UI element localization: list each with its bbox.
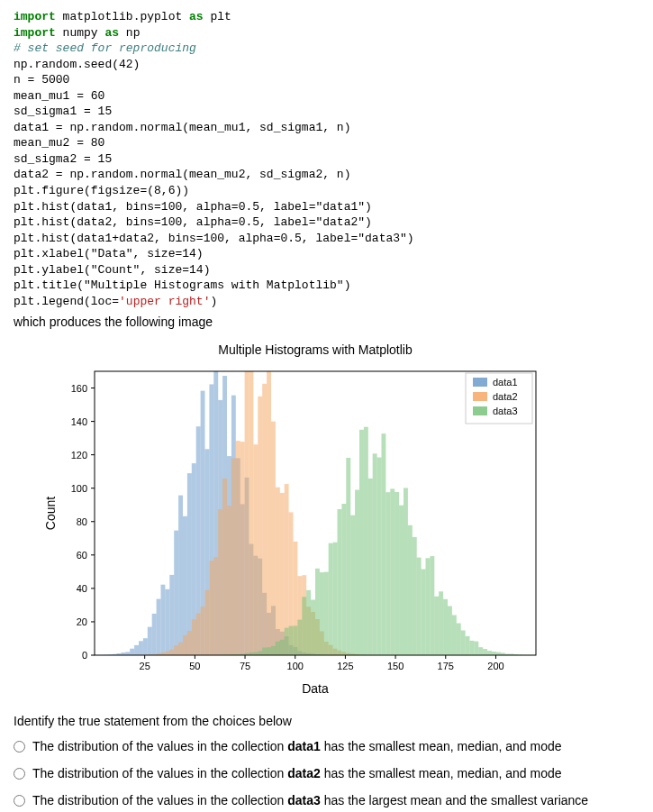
svg-rect-117	[165, 652, 169, 655]
choice-radio-3[interactable]	[14, 795, 25, 807]
svg-rect-20	[178, 496, 183, 655]
svg-text:160: 160	[71, 383, 87, 394]
svg-rect-341	[473, 392, 487, 401]
svg-rect-118	[169, 650, 174, 655]
svg-rect-237	[253, 652, 258, 656]
svg-text:175: 175	[438, 661, 454, 671]
svg-text:100: 100	[287, 661, 304, 671]
caption: which produces the following image	[14, 315, 639, 329]
svg-rect-250	[311, 600, 315, 656]
choices: The distribution of the values in the co…	[14, 739, 639, 812]
svg-rect-292	[496, 652, 501, 655]
svg-rect-263	[368, 479, 373, 655]
svg-rect-343	[473, 406, 487, 415]
svg-rect-241	[271, 646, 276, 655]
svg-rect-262	[364, 427, 368, 655]
svg-rect-289	[483, 649, 487, 655]
svg-rect-131	[227, 506, 231, 656]
svg-rect-248	[302, 598, 306, 656]
svg-rect-251	[315, 569, 320, 655]
chart: Multiple Histograms with Matplotlib02040…	[41, 340, 639, 700]
svg-rect-239	[262, 648, 267, 655]
svg-rect-339	[473, 378, 487, 387]
svg-text:140: 140	[71, 416, 87, 427]
svg-rect-256	[338, 509, 342, 655]
svg-rect-139	[262, 384, 267, 655]
svg-rect-8	[125, 652, 130, 656]
svg-rect-261	[359, 430, 364, 655]
svg-text:Data: Data	[302, 681, 329, 696]
svg-rect-259	[350, 515, 355, 655]
svg-rect-132	[231, 459, 236, 655]
svg-rect-290	[487, 651, 492, 655]
svg-text:75: 75	[240, 661, 250, 671]
svg-rect-12	[143, 639, 148, 656]
choice-2[interactable]: The distribution of the values in the co…	[14, 766, 639, 780]
choice-radio-1[interactable]	[14, 741, 25, 753]
svg-rect-135	[245, 371, 249, 655]
svg-rect-260	[355, 490, 359, 656]
svg-rect-283	[457, 624, 461, 656]
choice-label-1: The distribution of the values in the co…	[32, 739, 562, 753]
svg-rect-141	[271, 422, 276, 655]
svg-rect-269	[395, 492, 399, 655]
svg-text:Multiple Histograms with Matpl: Multiple Histograms with Matplotlib	[218, 342, 413, 357]
choice-1[interactable]: The distribution of the values in the co…	[14, 739, 639, 753]
svg-rect-271	[404, 488, 408, 656]
choice-3[interactable]: The distribution of the values in the co…	[14, 793, 639, 807]
svg-rect-252	[320, 572, 324, 655]
svg-rect-286	[470, 641, 475, 655]
svg-rect-138	[258, 397, 262, 655]
svg-rect-240	[267, 648, 271, 656]
code-block: import matplotlib.pyplot as plt import n…	[14, 9, 639, 309]
svg-rect-244	[285, 628, 289, 655]
svg-rect-21	[183, 516, 187, 655]
svg-rect-133	[236, 441, 240, 655]
svg-text:20: 20	[77, 616, 87, 627]
svg-rect-15	[157, 599, 161, 655]
svg-rect-268	[390, 489, 395, 656]
svg-rect-267	[385, 493, 390, 656]
svg-rect-253	[324, 572, 329, 655]
svg-text:125: 125	[337, 661, 353, 671]
choice-label-2: The distribution of the values in the co…	[32, 766, 562, 780]
svg-rect-243	[280, 640, 285, 655]
svg-rect-282	[452, 616, 457, 656]
choice-radio-2[interactable]	[14, 768, 25, 780]
svg-text:120: 120	[71, 450, 87, 461]
svg-rect-126	[205, 590, 210, 655]
svg-rect-136	[249, 371, 254, 655]
svg-rect-124	[196, 614, 201, 656]
svg-text:data1: data1	[493, 377, 518, 388]
svg-rect-120	[178, 643, 183, 655]
svg-text:25: 25	[140, 661, 150, 671]
svg-rect-143	[280, 493, 285, 655]
svg-rect-140	[267, 372, 271, 656]
svg-rect-17	[165, 589, 169, 655]
svg-rect-254	[329, 543, 333, 655]
svg-rect-134	[240, 442, 245, 655]
svg-rect-255	[333, 543, 338, 655]
svg-text:150: 150	[387, 661, 404, 671]
svg-rect-249	[306, 590, 311, 655]
svg-rect-127	[209, 561, 213, 655]
svg-rect-273	[413, 537, 417, 655]
svg-rect-291	[492, 652, 496, 655]
svg-rect-257	[341, 504, 346, 655]
svg-text:Count: Count	[43, 497, 58, 530]
svg-rect-245	[289, 626, 294, 655]
svg-rect-264	[373, 454, 377, 656]
svg-rect-16	[161, 585, 166, 655]
svg-rect-122	[187, 631, 192, 655]
svg-rect-9	[130, 649, 134, 655]
svg-rect-274	[417, 558, 422, 655]
svg-rect-285	[466, 636, 470, 655]
svg-rect-130	[222, 479, 227, 655]
svg-rect-288	[478, 648, 483, 656]
svg-rect-129	[218, 510, 222, 656]
svg-text:100: 100	[71, 483, 87, 494]
svg-rect-14	[152, 614, 157, 655]
svg-rect-265	[377, 458, 382, 656]
svg-text:200: 200	[487, 661, 503, 671]
svg-rect-125	[201, 607, 205, 656]
